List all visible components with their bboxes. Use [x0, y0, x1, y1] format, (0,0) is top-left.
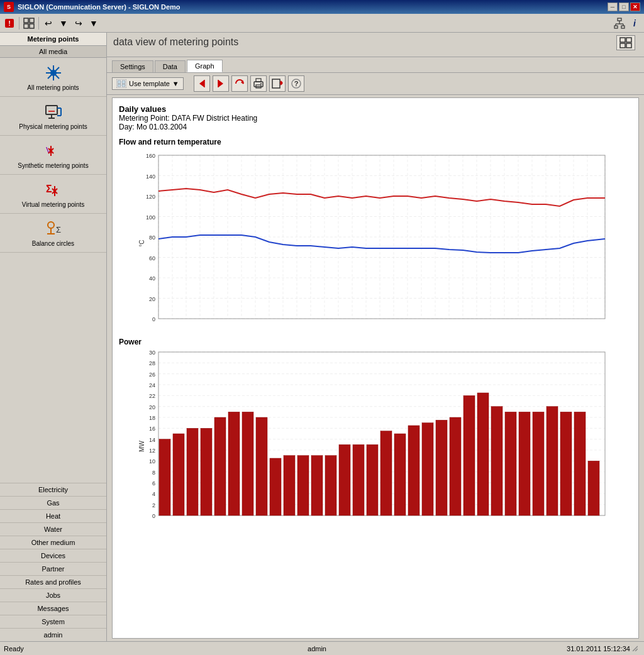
svg-rect-191 — [519, 412, 530, 515]
sidebar-item-all-metering[interactable]: All metering points — [0, 58, 106, 97]
svg-rect-165 — [159, 439, 170, 515]
app-icon: S — [4, 2, 14, 12]
sidebar-item-physical-label: Physical metering points — [19, 123, 87, 130]
nav-gas[interactable]: Gas — [0, 496, 106, 509]
close-button[interactable]: ✕ — [630, 3, 640, 11]
nav-other-medium[interactable]: Other medium — [0, 536, 106, 549]
balance-icon: Σ — [43, 219, 64, 239]
sidebar-item-synthetic-label: Synthetic metering points — [18, 162, 88, 169]
svg-text:MW: MW — [138, 441, 145, 452]
toolbar-undo-icon[interactable]: ↩ — [42, 16, 55, 30]
svg-text:60: 60 — [149, 255, 155, 261]
toolbar-redo-dropdown[interactable]: ▼ — [87, 16, 101, 30]
sidebar-item-balance[interactable]: Σ Balance circles — [0, 214, 106, 253]
svg-text:28: 28 — [149, 360, 155, 366]
svg-rect-8 — [621, 26, 625, 28]
toolbar-separator-2 — [38, 17, 39, 30]
tab-graph[interactable]: Graph — [187, 60, 223, 72]
toolbar-redo-icon[interactable]: ↪ — [72, 16, 86, 30]
svg-text:40: 40 — [149, 275, 155, 282]
svg-rect-43 — [122, 80, 125, 84]
svg-text:18: 18 — [149, 415, 155, 421]
svg-rect-171 — [242, 412, 253, 515]
nav-jobs[interactable]: Jobs — [0, 588, 106, 602]
svg-text:0: 0 — [152, 513, 155, 519]
nav-messages[interactable]: Messages — [0, 602, 106, 615]
content-header: data view of metering points — [107, 33, 644, 57]
nav-partner[interactable]: Partner — [0, 562, 106, 575]
synthetic-icon: V — [43, 141, 64, 161]
toolbar-info-icon[interactable]: i — [628, 16, 641, 30]
svg-text:80: 80 — [149, 234, 155, 241]
charts-area: Daily values Metering Point: DATA FW Dis… — [112, 97, 639, 639]
svg-text:26: 26 — [149, 372, 155, 378]
nav-heat[interactable]: Heat — [0, 509, 106, 522]
toolbar-icon-alert[interactable]: ! — [3, 16, 16, 30]
svg-rect-173 — [270, 458, 281, 515]
toolbar-undo-dropdown[interactable]: ▼ — [57, 16, 70, 30]
nav-system[interactable]: System — [0, 615, 106, 628]
nav-rates-profiles[interactable]: Rates and profiles — [0, 575, 106, 588]
svg-rect-5 — [30, 24, 34, 28]
svg-text:?: ? — [294, 80, 298, 87]
svg-rect-182 — [394, 434, 406, 515]
toolbar-separator-1 — [19, 17, 19, 30]
bar-chart-title: Power — [119, 338, 632, 346]
svg-rect-7 — [614, 26, 618, 28]
refresh-button[interactable] — [231, 75, 248, 92]
svg-rect-168 — [201, 428, 212, 515]
svg-rect-169 — [214, 417, 226, 515]
status-user-text: admin — [213, 645, 421, 652]
svg-rect-195 — [574, 412, 586, 515]
svg-text:Σ: Σ — [56, 225, 61, 234]
svg-rect-187 — [464, 395, 475, 515]
tab-settings[interactable]: Settings — [112, 60, 153, 72]
use-template-button[interactable]: Use template ▼ — [112, 77, 184, 90]
sidebar-item-physical[interactable]: Physical metering points — [0, 97, 106, 136]
status-ready-text: Ready — [4, 645, 213, 652]
svg-rect-166 — [173, 434, 184, 515]
toolbar-network-icon[interactable] — [613, 16, 626, 30]
svg-rect-45 — [122, 84, 125, 87]
svg-rect-55 — [272, 79, 280, 88]
window-title: SIGLON (Communication Server) - SIGLON D… — [18, 3, 608, 11]
svg-rect-39 — [620, 43, 625, 48]
export-button[interactable] — [269, 75, 286, 92]
chart-metering-point: Metering Point: DATA FW District Heating — [119, 114, 632, 123]
svg-rect-42 — [118, 80, 121, 84]
nav-devices[interactable]: Devices — [0, 549, 106, 562]
svg-line-245 — [633, 646, 638, 651]
resize-grip[interactable] — [630, 644, 640, 654]
svg-text:4: 4 — [152, 491, 155, 497]
svg-text:8: 8 — [152, 470, 155, 476]
help-button[interactable]: ? — [288, 75, 304, 92]
sidebar-item-synthetic[interactable]: V Synthetic metering points — [0, 136, 106, 175]
toolbar-icon-grid[interactable] — [22, 16, 36, 30]
svg-rect-2 — [24, 18, 28, 23]
sidebar-item-virtual[interactable]: Σ Virtual metering points — [0, 175, 106, 214]
nav-next-button[interactable] — [213, 75, 229, 92]
print-button[interactable] — [250, 75, 267, 92]
svg-rect-176 — [311, 456, 323, 515]
svg-point-54 — [260, 83, 262, 84]
nav-prev-button[interactable] — [194, 75, 210, 92]
svg-text:2: 2 — [152, 502, 155, 509]
tabs-bar: Settings Data Graph — [107, 57, 644, 72]
svg-rect-178 — [339, 444, 350, 515]
svg-rect-180 — [367, 444, 378, 515]
svg-rect-186 — [450, 417, 461, 515]
tab-data[interactable]: Data — [155, 60, 186, 72]
nav-water[interactable]: Water — [0, 522, 106, 536]
svg-rect-40 — [626, 43, 631, 48]
svg-rect-38 — [626, 38, 631, 42]
bar-chart-svg: MW — [119, 349, 632, 537]
view-toggle-button[interactable] — [616, 35, 635, 50]
svg-rect-179 — [353, 444, 364, 515]
maximize-button[interactable]: □ — [619, 3, 629, 11]
virtual-icon: Σ — [43, 180, 64, 200]
nav-admin[interactable]: admin — [0, 628, 106, 641]
nav-electricity[interactable]: Electricity — [0, 483, 106, 496]
svg-marker-48 — [218, 80, 223, 87]
content-area: data view of metering points Settings Da… — [107, 33, 644, 641]
minimize-button[interactable]: ─ — [608, 3, 618, 11]
